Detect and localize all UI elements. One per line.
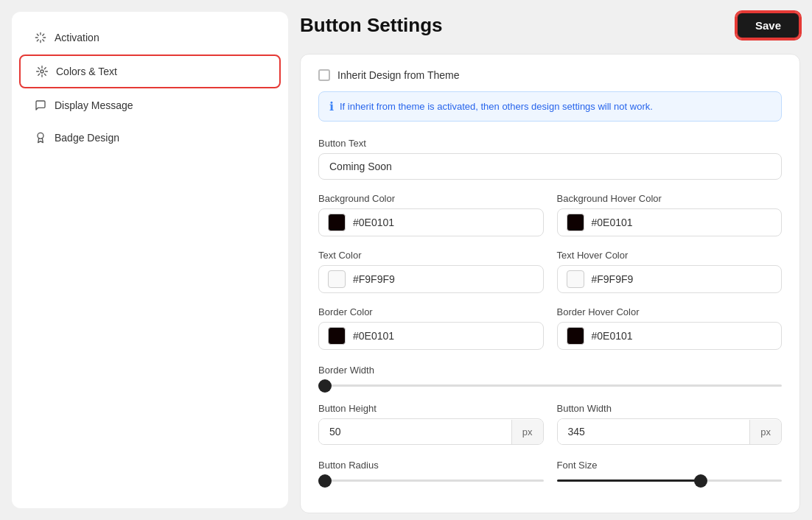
display-message-icon — [34, 99, 47, 112]
button-text-input[interactable] — [318, 153, 782, 180]
border-width-label: Border Width — [318, 365, 374, 376]
page-title: Button Settings — [300, 14, 443, 37]
activation-icon — [34, 31, 47, 44]
button-height-input-container: px — [318, 418, 544, 445]
button-radius-slider[interactable] — [318, 479, 544, 482]
border-hover-color-input[interactable]: #0E0101 — [557, 322, 783, 350]
save-button[interactable]: Save — [736, 12, 800, 39]
button-height-group: Button Height px — [318, 403, 544, 445]
button-radius-group: Button Radius — [318, 458, 544, 485]
border-color-swatch — [328, 327, 346, 345]
border-width-slider-row — [318, 376, 782, 390]
sidebar-item-badge-design[interactable]: Badge Design — [19, 122, 281, 153]
border-hover-color-swatch — [567, 327, 584, 345]
sidebar-item-display-message[interactable]: Display Message — [19, 90, 281, 121]
bg-color-input[interactable]: #0E0101 — [318, 208, 544, 236]
page-header: Button Settings Save — [300, 12, 800, 39]
border-color-input[interactable]: #0E0101 — [318, 322, 544, 350]
sidebar-item-activation-label: Activation — [55, 32, 99, 43]
text-hover-color-value: #F9F9F9 — [592, 273, 634, 285]
border-colors-row: Border Color #0E0101 Border Hover Color … — [318, 306, 782, 363]
button-width-group: Button Width px — [557, 403, 783, 445]
size-row: Button Height px Button Width px — [318, 403, 782, 458]
colors-text-icon — [35, 65, 49, 78]
border-hover-color-value: #0E0101 — [592, 330, 633, 342]
border-hover-color-label: Border Hover Color — [557, 306, 783, 317]
text-color-label: Text Color — [318, 250, 544, 261]
sidebar-item-display-message-label: Display Message — [55, 99, 133, 111]
badge-design-icon — [34, 131, 47, 144]
bg-color-label: Background Color — [318, 193, 544, 204]
sidebar-item-colors-text-label: Colors & Text — [56, 66, 117, 77]
text-hover-color-label: Text Hover Color — [557, 250, 783, 261]
font-size-label: Font Size — [557, 460, 598, 471]
sidebar-item-badge-design-label: Badge Design — [55, 132, 119, 144]
bg-color-value: #0E0101 — [353, 217, 394, 228]
text-color-value: #F9F9F9 — [353, 273, 395, 285]
button-height-input[interactable] — [319, 419, 511, 444]
button-width-label: Button Width — [557, 403, 783, 414]
bg-color-swatch — [328, 214, 346, 231]
border-color-label: Border Color — [318, 306, 544, 317]
text-colors-row: Text Color #F9F9F9 Text Hover Color #F9F… — [318, 250, 782, 306]
button-height-unit: px — [511, 420, 543, 444]
button-width-input-container: px — [557, 418, 783, 445]
text-hover-color-input[interactable]: #F9F9F9 — [557, 265, 783, 293]
background-colors-row: Background Color #0E0101 Background Hove… — [318, 193, 782, 250]
radius-font-row: Button Radius Font Size — [318, 458, 782, 498]
bg-hover-color-input[interactable]: #0E0101 — [557, 208, 783, 236]
info-icon: ℹ — [329, 99, 334, 113]
inherit-row: Inherit Design from Theme — [318, 69, 782, 81]
sidebar-item-colors-text[interactable]: Colors & Text — [19, 55, 281, 88]
border-width-group: Border Width — [318, 363, 782, 390]
font-size-slider[interactable] — [557, 479, 783, 482]
button-height-label: Button Height — [318, 403, 544, 414]
bg-hover-color-group: Background Hover Color #0E0101 — [557, 193, 783, 236]
svg-point-0 — [41, 70, 43, 73]
main-content: Button Settings Save Inherit Design from… — [288, 0, 812, 520]
sidebar: Activation Colors & Text Display Message… — [12, 12, 288, 508]
button-width-unit: px — [749, 420, 781, 444]
button-text-label: Button Text — [318, 138, 782, 149]
text-color-group: Text Color #F9F9F9 — [318, 250, 544, 293]
inherit-checkbox[interactable] — [318, 69, 330, 81]
settings-card: Inherit Design from Theme ℹ If inherit f… — [300, 54, 800, 513]
text-color-swatch — [328, 270, 346, 288]
text-hover-color-swatch — [567, 270, 584, 288]
inherit-label: Inherit Design from Theme — [337, 69, 459, 81]
border-color-value: #0E0101 — [353, 330, 394, 342]
bg-color-group: Background Color #0E0101 — [318, 193, 544, 236]
font-size-group: Font Size — [557, 458, 783, 485]
button-radius-label: Button Radius — [318, 460, 379, 471]
border-hover-color-group: Border Hover Color #0E0101 — [557, 306, 783, 350]
text-color-input[interactable]: #F9F9F9 — [318, 265, 544, 293]
text-hover-color-group: Text Hover Color #F9F9F9 — [557, 250, 783, 293]
bg-hover-color-label: Background Hover Color — [557, 193, 783, 204]
sidebar-item-activation[interactable]: Activation — [19, 22, 281, 53]
button-width-input[interactable] — [558, 419, 750, 444]
info-banner: ℹ If inherit from theme is activated, th… — [318, 91, 782, 122]
bg-hover-color-value: #0E0101 — [592, 217, 633, 228]
border-width-slider[interactable] — [318, 384, 782, 387]
bg-hover-color-swatch — [567, 214, 584, 231]
border-color-group: Border Color #0E0101 — [318, 306, 544, 350]
button-text-group: Button Text — [318, 138, 782, 180]
info-text: If inherit from theme is activated, then… — [340, 101, 653, 112]
